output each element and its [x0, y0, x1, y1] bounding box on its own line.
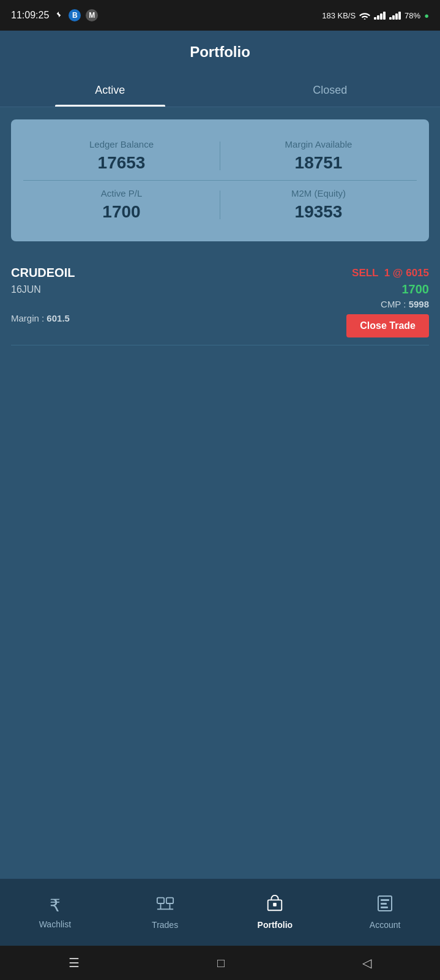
- m2m-cell: M2M (Equity) 19353: [220, 188, 417, 222]
- active-pl-label: Active P/L: [23, 188, 220, 198]
- trade-margin: Margin : 601.5: [11, 313, 70, 323]
- active-pl-cell: Active P/L 1700: [23, 188, 220, 222]
- trade-action: SELL 1 @ 6015: [352, 267, 429, 279]
- trade-bottom-right: CMP : 5998 Close Trade: [346, 299, 429, 337]
- svg-rect-1: [166, 898, 173, 903]
- trades-icon: [156, 895, 174, 916]
- ledger-balance-cell: Ledger Balance 17653: [23, 139, 220, 173]
- android-nav: ☰ □ ◁: [0, 946, 440, 980]
- nav-account[interactable]: Account: [330, 895, 440, 930]
- svg-rect-8: [381, 899, 389, 901]
- time: 11:09:25: [11, 10, 49, 21]
- nav-watchlist[interactable]: ₹ Wachlist: [0, 895, 110, 929]
- signal-bars-2: [389, 12, 401, 20]
- trade-price: 6015: [406, 267, 429, 279]
- status-right: 183 KB/S 78% ●: [322, 11, 429, 20]
- b-badge: B: [69, 9, 81, 21]
- svg-rect-10: [381, 907, 388, 908]
- nav-trades[interactable]: Trades: [110, 895, 220, 930]
- m-badge: M: [86, 9, 98, 21]
- margin-available-value: 18751: [220, 153, 417, 173]
- account-label: Account: [370, 920, 401, 930]
- android-back-button[interactable]: ◁: [362, 956, 371, 970]
- margin-available-cell: Margin Available 18751: [220, 139, 417, 173]
- trade-item: CRUDEOIL SELL 1 @ 6015 16JUN 1700 Margin…: [11, 258, 429, 345]
- trade-middle: 16JUN 1700: [11, 282, 429, 296]
- trades-label: Trades: [152, 920, 178, 930]
- portfolio-label: Portfolio: [258, 920, 293, 930]
- trade-symbol: CRUDEOIL: [11, 266, 75, 280]
- ledger-balance-label: Ledger Balance: [23, 139, 220, 149]
- cmp-display: CMP : 5998: [381, 299, 429, 309]
- signal-bars: [374, 12, 386, 20]
- account-icon: [377, 895, 393, 916]
- tab-closed[interactable]: Closed: [220, 74, 441, 107]
- tabs-container: Active Closed: [0, 74, 440, 107]
- trade-bottom: Margin : 601.5 CMP : 5998 Close Trade: [11, 299, 429, 337]
- battery: 78%: [405, 11, 420, 20]
- bottom-nav: ₹ Wachlist Trades Portfolio: [0, 878, 440, 946]
- trade-qty: 1 @: [381, 267, 406, 279]
- status-bar: 11:09:25 B M 183 KB/S 78% ●: [0, 0, 440, 31]
- trade-pl: 1700: [402, 282, 430, 296]
- active-pl-value: 1700: [23, 202, 220, 222]
- close-trade-button[interactable]: Close Trade: [346, 314, 429, 337]
- portfolio-icon: [266, 895, 284, 916]
- watchlist-icon: ₹: [50, 895, 61, 916]
- m2m-value: 19353: [220, 202, 417, 222]
- page-title: Portfolio: [190, 43, 250, 61]
- trade-sell-label: SELL: [352, 267, 378, 279]
- m2m-label: M2M (Equity): [220, 188, 417, 198]
- main-content: Ledger Balance 17653 Margin Available 18…: [0, 107, 440, 878]
- margin-available-label: Margin Available: [220, 139, 417, 149]
- android-home-button[interactable]: □: [217, 956, 225, 970]
- svg-rect-9: [381, 903, 387, 905]
- android-menu-button[interactable]: ☰: [69, 956, 80, 970]
- tab-active[interactable]: Active: [0, 74, 220, 107]
- summary-card: Ledger Balance 17653 Margin Available 18…: [11, 119, 429, 241]
- summary-row-bottom: Active P/L 1700 M2M (Equity) 19353: [23, 181, 417, 229]
- status-left: 11:09:25 B M: [11, 9, 98, 21]
- svg-rect-6: [274, 903, 277, 907]
- nav-portfolio[interactable]: Portfolio: [220, 895, 330, 930]
- watchlist-label: Wachlist: [39, 919, 71, 929]
- trade-expiry: 16JUN: [11, 284, 41, 295]
- summary-row-top: Ledger Balance 17653 Margin Available 18…: [23, 132, 417, 181]
- app-header: Portfolio: [0, 31, 440, 74]
- active-dot: ●: [424, 11, 429, 20]
- trade-top: CRUDEOIL SELL 1 @ 6015: [11, 266, 429, 280]
- ledger-balance-value: 17653: [23, 153, 220, 173]
- bluetooth-icon: [54, 10, 64, 20]
- svg-rect-0: [157, 898, 164, 903]
- network-speed: 183 KB/S: [322, 11, 356, 20]
- wifi-icon: [359, 11, 370, 20]
